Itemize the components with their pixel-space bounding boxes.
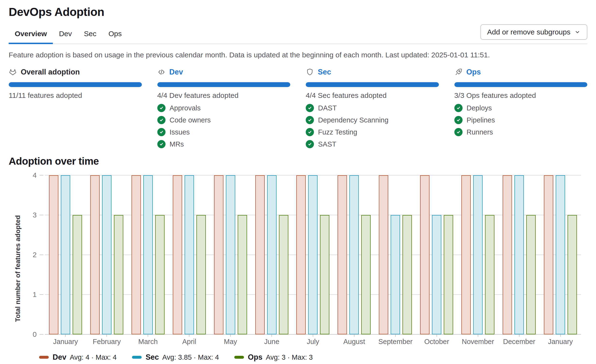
x-axis-tick-mark: [437, 334, 437, 337]
adoption-progress-bar: [454, 82, 588, 87]
bar-ops-january: [73, 215, 82, 334]
bar-dev-july: [296, 175, 306, 334]
feature-label: DAST: [318, 104, 337, 112]
x-axis-label: March: [127, 338, 169, 346]
tab-sec[interactable]: Sec: [78, 26, 103, 44]
x-axis-label: February: [86, 338, 127, 346]
bar-group-december: [499, 175, 540, 334]
legend-swatch: [234, 356, 244, 359]
adoption-progress-fill: [454, 82, 588, 87]
feature-label: Deploys: [467, 104, 492, 112]
legend-swatch: [132, 356, 142, 359]
add-remove-subgroups-button[interactable]: Add or remove subgroups: [480, 24, 587, 40]
bar-group-april: [169, 175, 210, 334]
adoption-progress-fill: [157, 82, 291, 87]
x-axis-tick-mark: [271, 334, 272, 337]
legend-series-name: Sec: [146, 353, 159, 362]
adoption-card-overall-adoption: Overall adoption11/11 features adopted: [9, 67, 142, 148]
x-axis-tick-mark: [230, 334, 231, 337]
x-axis-label: April: [169, 338, 210, 346]
feature-item: Code owners: [157, 116, 291, 124]
bar-group-july: [292, 175, 334, 334]
code-icon: [157, 68, 165, 76]
bar-dev-august: [338, 175, 347, 334]
legend-item-dev[interactable]: DevAvg: 4 · Max: 4: [39, 353, 117, 362]
tab-ops[interactable]: Ops: [102, 26, 128, 44]
check-circle-icon: [454, 104, 462, 112]
card-title-ops[interactable]: Ops: [466, 68, 481, 76]
adoption-progress-bar: [157, 82, 291, 87]
x-axis-tick-mark: [106, 334, 107, 337]
y-axis-tick-label: 2: [33, 251, 37, 259]
x-axis-label: January: [540, 338, 581, 346]
y-axis-tick-mark: [40, 255, 44, 255]
bar-group-february: [86, 175, 127, 334]
adoption-progress-bar: [9, 82, 142, 87]
y-axis-tick-label: 4: [33, 171, 37, 179]
bar-ops-september: [402, 215, 412, 334]
y-axis-tick-mark: [40, 334, 44, 335]
feature-label: MRs: [170, 140, 184, 148]
adoption-progress-fill: [306, 82, 439, 87]
bar-group-september: [375, 175, 416, 334]
x-axis-label: August: [334, 338, 375, 346]
card-header: Sec: [306, 67, 439, 77]
adoption-summary: 3/3 Ops features adopted: [454, 91, 588, 100]
rocket-icon: [454, 68, 462, 76]
bar-dev-june: [255, 175, 265, 334]
card-title-overall-adoption: Overall adoption: [21, 68, 80, 76]
y-axis-tick-mark: [40, 294, 44, 295]
adoption-card-sec: Sec4/4 Sec features adoptedDASTDependenc…: [306, 67, 439, 148]
card-header: Overall adoption: [9, 67, 142, 77]
feature-item: SAST: [306, 140, 439, 148]
legend-item-ops[interactable]: OpsAvg: 3 · Max: 3: [234, 353, 313, 362]
bar-ops-july: [320, 215, 329, 334]
x-axis-label: July: [292, 338, 334, 346]
x-axis-tick-mark: [478, 334, 478, 337]
chart-plot-area: 01234: [45, 175, 581, 334]
gitlab-tanuki-icon: [9, 68, 17, 76]
add-remove-subgroups-label: Add or remove subgroups: [487, 28, 570, 36]
x-axis-tick-mark: [519, 334, 520, 337]
tab-overview[interactable]: Overview: [9, 26, 53, 44]
chart-legend: DevAvg: 4 · Max: 4SecAvg: 3.85 · Max: 4O…: [39, 353, 581, 362]
bar-sec-april: [185, 175, 194, 334]
feature-label: Runners: [467, 128, 493, 136]
check-circle-icon: [454, 116, 462, 124]
check-circle-icon: [157, 140, 165, 148]
bar-ops-may: [238, 215, 247, 334]
check-circle-icon: [157, 128, 165, 136]
adoption-progress-fill: [9, 82, 142, 87]
feature-item: DAST: [306, 104, 439, 112]
adoption-summary: 4/4 Sec features adopted: [306, 91, 439, 100]
legend-item-sec[interactable]: SecAvg: 3.85 · Max: 4: [132, 353, 219, 362]
legend-swatch: [39, 356, 49, 359]
adoption-over-time-chart: Total number of features adopted 01234 J…: [45, 175, 581, 362]
bar-ops-january: [567, 215, 577, 334]
tab-list: OverviewDevSecOps: [9, 26, 128, 44]
x-axis-tick-mark: [560, 334, 561, 337]
x-axis-tick-mark: [65, 334, 66, 337]
check-circle-icon: [157, 116, 165, 124]
y-axis-tick-mark: [40, 175, 44, 175]
bar-group-may: [210, 175, 251, 334]
x-axis-tick-mark: [189, 334, 189, 337]
bar-ops-april: [196, 215, 206, 334]
feature-label: Fuzz Testing: [318, 128, 357, 136]
tab-dev[interactable]: Dev: [53, 26, 78, 44]
x-axis-label: September: [375, 338, 416, 346]
check-circle-icon: [454, 128, 462, 136]
bar-dev-january: [49, 175, 58, 334]
bar-group-october: [416, 175, 457, 334]
bar-sec-february: [102, 175, 112, 334]
bar-dev-february: [90, 175, 100, 334]
bar-group-january: [540, 175, 581, 334]
legend-series-stats: Avg: 3.85 · Max: 4: [162, 353, 219, 361]
feature-list: DASTDependency ScanningFuzz TestingSAST: [306, 104, 439, 148]
card-title-sec[interactable]: Sec: [318, 68, 331, 76]
bar-dev-april: [173, 175, 182, 334]
card-title-dev[interactable]: Dev: [169, 68, 183, 76]
bar-dev-november: [461, 175, 471, 334]
y-axis-tick-mark: [40, 215, 44, 215]
adoption-card-ops: Ops3/3 Ops features adoptedDeploysPipeli…: [454, 67, 588, 148]
